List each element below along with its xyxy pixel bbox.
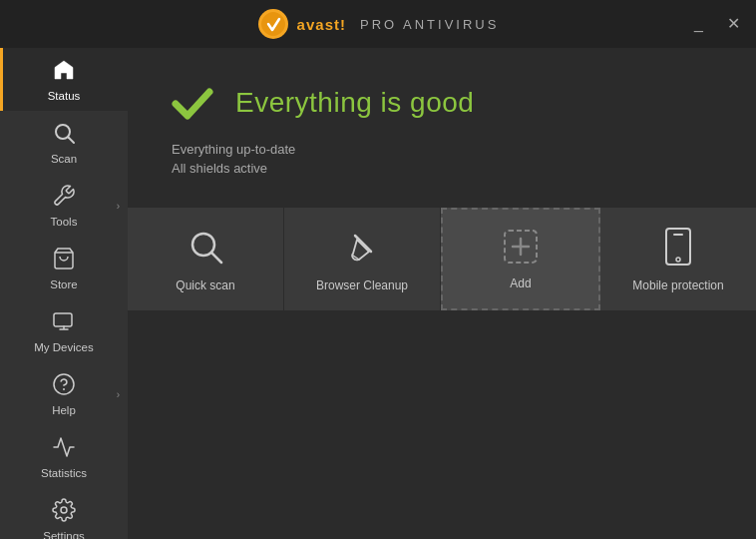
store-icon <box>52 247 76 274</box>
sidebar-settings-label: Settings <box>43 530 85 540</box>
status-detail-2: All shields active <box>172 161 716 176</box>
home-icon <box>52 58 76 86</box>
sidebar-statistics-label: Statistics <box>41 467 87 479</box>
status-main: Everything is good <box>168 78 716 128</box>
sidebar-status-label: Status <box>48 90 81 102</box>
statistics-icon <box>52 435 76 463</box>
sidebar-store-label: Store <box>50 278 78 290</box>
mobile-protection-button[interactable]: Mobile protection <box>600 208 756 310</box>
svg-point-7 <box>61 507 67 513</box>
svg-point-23 <box>676 258 680 262</box>
scan-icon <box>52 121 76 149</box>
status-section: Everything is good Everything up-to-date… <box>128 48 756 200</box>
help-icon <box>52 372 76 400</box>
sidebar-item-my-devices[interactable]: My Devices <box>0 299 128 362</box>
svg-rect-4 <box>54 313 72 326</box>
sidebar-item-scan[interactable]: Scan <box>0 111 128 174</box>
mobile-protection-icon <box>663 228 693 270</box>
sidebar-item-statistics[interactable]: Statistics <box>0 425 128 488</box>
sidebar-item-help[interactable]: Help › <box>0 362 128 425</box>
minimize-button[interactable]: _ <box>690 12 707 36</box>
sidebar-item-store[interactable]: Store <box>0 237 128 299</box>
close-button[interactable]: ✕ <box>723 12 744 36</box>
quick-scan-label: Quick scan <box>176 278 234 294</box>
sidebar: Status Scan Tools › <box>0 48 128 539</box>
mobile-protection-label: Mobile protection <box>632 278 723 294</box>
avast-logo-icon <box>257 8 289 40</box>
add-label: Add <box>510 276 531 292</box>
svg-point-6 <box>63 388 65 390</box>
content-area: Everything is good Everything up-to-date… <box>128 48 756 539</box>
add-feature-button[interactable]: Add <box>441 208 600 310</box>
browser-cleanup-icon <box>343 228 381 270</box>
status-details: Everything up-to-date All shields active <box>168 142 716 176</box>
add-icon <box>504 230 538 269</box>
svg-line-16 <box>355 236 371 252</box>
browser-cleanup-button[interactable]: Browser Cleanup <box>284 208 441 310</box>
sidebar-tools-label: Tools <box>51 216 78 228</box>
pro-label: PRO ANTIVIRUS <box>360 17 499 32</box>
quick-scan-icon <box>187 228 224 270</box>
quick-scan-button[interactable]: Quick scan <box>128 208 284 310</box>
app-logo: avast! PRO ANTIVIRUS <box>257 8 500 40</box>
sidebar-item-tools[interactable]: Tools › <box>0 174 128 237</box>
tools-icon <box>52 184 76 212</box>
sidebar-item-settings[interactable]: Settings <box>0 488 128 539</box>
features-grid: Quick scan Browser Cleanup <box>128 208 756 310</box>
sidebar-scan-label: Scan <box>51 153 77 165</box>
sidebar-item-status[interactable]: Status <box>0 48 128 111</box>
settings-icon <box>52 498 76 526</box>
sidebar-help-label: Help <box>52 404 76 416</box>
sidebar-devices-label: My Devices <box>34 341 93 353</box>
svg-point-5 <box>54 374 74 394</box>
svg-line-15 <box>211 253 221 263</box>
status-detail-1: Everything up-to-date <box>172 142 716 157</box>
tools-arrow-icon: › <box>117 200 120 211</box>
status-checkmark-icon <box>168 78 217 128</box>
title-bar: avast! PRO ANTIVIRUS _ ✕ <box>0 0 756 48</box>
main-layout: Status Scan Tools › <box>0 48 756 539</box>
svg-line-2 <box>69 137 75 143</box>
devices-icon <box>52 309 76 337</box>
window-controls: _ ✕ <box>690 12 744 36</box>
brand-name: avast! <box>297 16 346 33</box>
status-headline: Everything is good <box>235 87 474 119</box>
help-arrow-icon: › <box>117 388 120 399</box>
browser-cleanup-label: Browser Cleanup <box>316 278 408 294</box>
